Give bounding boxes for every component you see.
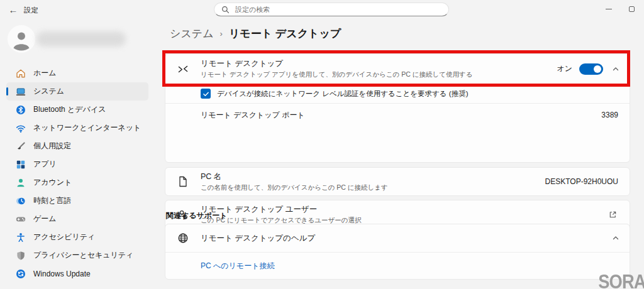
- remote-desktop-header-row[interactable]: リモート デスクトップ リモート デスクトップ アプリを使用して、別のデバイスか…: [165, 54, 630, 84]
- breadcrumb: システム › リモート デスクトップ: [170, 26, 341, 41]
- toggle-knob: [594, 65, 601, 73]
- remote-desktop-title: リモート デスクトップ: [201, 58, 557, 69]
- help-title: リモート デスクトップのヘルプ: [201, 233, 603, 244]
- sidebar-item-privacy[interactable]: プライバシーとセキュリティ: [6, 246, 148, 264]
- port-row: リモート デスクトップ ポート 3389: [165, 103, 630, 126]
- help-link-row: PC へのリモート接続: [165, 252, 630, 280]
- document-icon: [165, 175, 201, 188]
- settings-window: ← 設定 設定の検索 ホーム: [0, 0, 644, 289]
- sidebar: ホーム システム Bluetooth とデバイス ネットワークとインタ: [0, 19, 157, 289]
- pc-name-row: PC 名 この名前を使用して、別のデバイスからこの PC に接続します DESK…: [165, 168, 630, 195]
- pc-name-description: この名前を使用して、別のデバイスからこの PC に接続します: [201, 183, 545, 192]
- user-name-blurred: [36, 31, 126, 46]
- users-title: リモート デスクトップ ユーザー: [201, 204, 601, 215]
- sidebar-item-label: 個人用設定: [33, 141, 71, 151]
- sidebar-item-network[interactable]: ネットワークとインターネット: [6, 119, 148, 137]
- sidebar-item-label: システム: [33, 86, 64, 97]
- title-bar: ← 設定 設定の検索: [0, 0, 644, 19]
- page-title: リモート デスクトップ: [229, 26, 341, 41]
- maximize-icon: [629, 6, 635, 12]
- home-icon: [16, 68, 26, 79]
- search-placeholder: 設定の検索: [235, 5, 270, 14]
- accessibility-icon: [16, 232, 26, 243]
- sidebar-item-label: ホーム: [33, 68, 57, 79]
- chevron-up-icon[interactable]: [612, 65, 619, 73]
- globe-icon: [165, 232, 201, 244]
- controller-icon: [16, 214, 26, 224]
- sidebar-item-label: プライバシーとセキュリティ: [33, 250, 133, 261]
- sidebar-item-label: Windows Update: [33, 270, 91, 278]
- remote-connect-link[interactable]: PC へのリモート接続: [201, 261, 274, 271]
- maximize-button[interactable]: [620, 0, 643, 18]
- avatar: [8, 25, 35, 53]
- sidebar-item-label: アクセシビリティ: [33, 232, 95, 243]
- port-label: リモート デスクトップ ポート: [201, 110, 601, 121]
- wifi-icon: [16, 123, 26, 133]
- remote-desktop-description: リモート デスクトップ アプリを使用して、別のデバイスからこの PC に接続して…: [201, 70, 557, 79]
- port-value: 3389: [601, 111, 618, 119]
- sidebar-item-label: ネットワークとインターネット: [33, 123, 141, 133]
- main-content: システム › リモート デスクトップ リモート デスクトップ リモート デスクト…: [165, 19, 630, 289]
- account-banner[interactable]: [8, 24, 146, 54]
- sidebar-item-gaming[interactable]: ゲーム: [6, 210, 148, 228]
- sidebar-item-accessibility[interactable]: アクセシビリティ: [6, 228, 148, 246]
- apps-icon: [16, 160, 26, 170]
- bluetooth-icon: [16, 105, 26, 115]
- sidebar-nav: ホーム システム Bluetooth とデバイス ネットワークとインタ: [6, 64, 148, 283]
- sidebar-item-label: 時刻と言語: [33, 195, 71, 206]
- sidebar-item-time-language[interactable]: 時刻と言語: [6, 192, 148, 210]
- minimize-icon: [606, 9, 612, 9]
- back-button[interactable]: ←: [5, 2, 21, 17]
- sidebar-item-windows-update[interactable]: Windows Update: [6, 264, 148, 283]
- app-title: 設定: [24, 6, 38, 15]
- chevron-up-icon[interactable]: [612, 234, 619, 242]
- sidebar-item-home[interactable]: ホーム: [6, 64, 148, 82]
- nla-checkbox-row[interactable]: デバイスが接続にネットワーク レベル認証を使用することを要求する (推奨): [165, 84, 630, 103]
- sidebar-item-label: アプリ: [33, 159, 57, 170]
- minimize-button[interactable]: [597, 0, 620, 18]
- pc-name-value: DESKTOP-92H0UOU: [545, 177, 630, 186]
- accounts-icon: [16, 178, 26, 188]
- sidebar-item-label: アカウント: [33, 177, 72, 188]
- sidebar-item-apps[interactable]: アプリ: [6, 155, 148, 173]
- remote-desktop-card: リモート デスクトップ リモート デスクトップ アプリを使用して、別のデバイスか…: [165, 53, 630, 163]
- sidebar-item-label: Bluetooth とデバイス: [33, 104, 106, 115]
- brush-icon: [16, 141, 26, 151]
- shield-icon: [16, 251, 26, 261]
- sidebar-item-bluetooth[interactable]: Bluetooth とデバイス: [6, 101, 148, 119]
- help-card: リモート デスクトップのヘルプ PC へのリモート接続: [165, 224, 630, 280]
- search-icon: [221, 6, 230, 14]
- pc-name-title: PC 名: [201, 172, 545, 182]
- remote-desktop-icon: [165, 63, 201, 75]
- sidebar-item-accounts[interactable]: アカウント: [6, 173, 148, 192]
- help-header-row[interactable]: リモート デスクトップのヘルプ: [165, 224, 630, 252]
- search-input[interactable]: 設定の検索: [214, 3, 449, 16]
- breadcrumb-separator: ›: [220, 29, 223, 38]
- sidebar-item-personalization[interactable]: 個人用設定: [6, 137, 148, 155]
- pc-name-card: PC 名 この名前を使用して、別のデバイスからこの PC に接続します DESK…: [165, 167, 630, 196]
- nla-checkbox-label: デバイスが接続にネットワーク レベル認証を使用することを要求する (推奨): [217, 89, 468, 99]
- sidebar-item-system[interactable]: システム: [6, 82, 148, 101]
- nla-checkbox[interactable]: [201, 89, 211, 99]
- toggle-state-label: オン: [557, 63, 572, 74]
- person-icon: [8, 25, 35, 53]
- system-icon: [16, 87, 26, 97]
- selected-indicator: [6, 87, 8, 95]
- related-support-heading: 関連するサポート: [166, 210, 227, 221]
- external-link-icon[interactable]: [608, 210, 618, 219]
- back-arrow-icon: ←: [9, 4, 18, 15]
- breadcrumb-system[interactable]: システム: [170, 26, 214, 41]
- watermark: SORA: [599, 271, 644, 289]
- remote-desktop-toggle[interactable]: [579, 63, 603, 75]
- clock-globe-icon: [16, 196, 26, 206]
- sidebar-item-label: ゲーム: [33, 214, 57, 224]
- update-icon: [16, 269, 26, 279]
- checkmark-icon: [203, 90, 209, 97]
